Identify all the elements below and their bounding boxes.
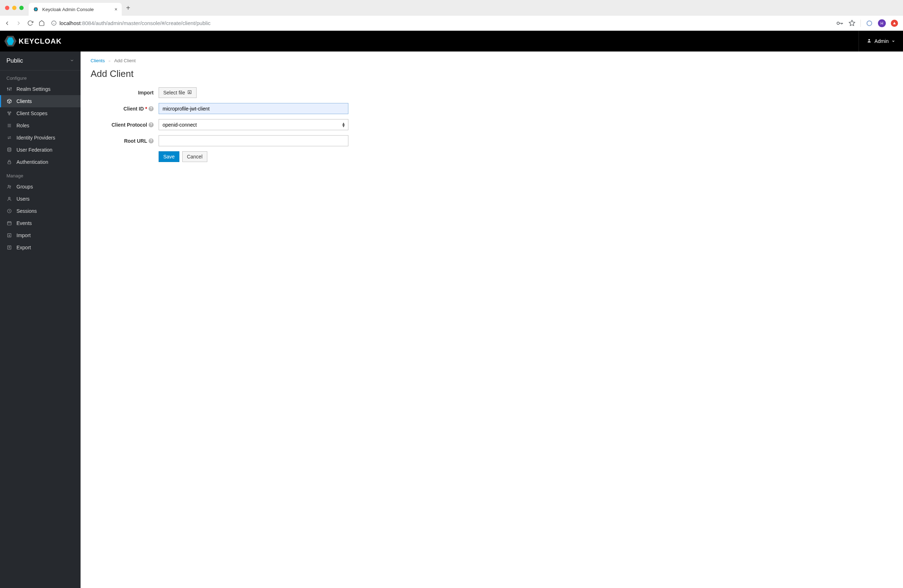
star-icon[interactable] (848, 20, 855, 27)
list-icon (6, 123, 12, 128)
breadcrumb: Clients » Add Client (91, 58, 893, 63)
sidebar-item-label: Users (16, 196, 30, 202)
import-icon (6, 233, 12, 238)
browser-chrome: Keycloak Admin Console × + localhost:808… (0, 0, 903, 31)
window-maximize-button[interactable] (19, 6, 24, 10)
sidebar-item-events[interactable]: Events (0, 217, 80, 229)
chevron-down-icon (70, 57, 74, 64)
sidebar-item-identity-providers[interactable]: Identity Providers (0, 132, 80, 144)
notification-badge-icon[interactable] (891, 20, 898, 27)
group-icon (6, 184, 12, 189)
user-label: Admin (875, 38, 889, 44)
row-client-protocol: Client Protocol ? openid-connect ▲▼ (91, 119, 438, 130)
sidebar-item-authentication[interactable]: Authentication (0, 156, 80, 168)
realm-selector[interactable]: Public (0, 52, 80, 71)
help-icon[interactable]: ? (149, 138, 154, 143)
url-text: localhost:8084/auth/admin/master/console… (60, 20, 211, 26)
svg-point-19 (11, 88, 11, 88)
info-icon[interactable] (51, 20, 57, 26)
breadcrumb-separator-icon: » (109, 59, 111, 63)
root-url-label: Root URL ? (91, 138, 159, 144)
window-close-button[interactable] (5, 6, 9, 10)
toolbar-right: H (836, 19, 900, 27)
required-marker: * (145, 106, 147, 111)
client-protocol-select[interactable]: openid-connect (159, 119, 348, 130)
cube-icon (6, 99, 12, 104)
titlebar: Keycloak Admin Console × + (0, 0, 903, 16)
client-protocol-label: Client Protocol ? (91, 122, 159, 128)
sidebar-item-sessions[interactable]: Sessions (0, 205, 80, 217)
clock-icon (6, 209, 12, 213)
section-manage-title: Manage (0, 168, 80, 180)
sidebar-item-label: Clients (16, 98, 32, 104)
svg-point-5 (837, 22, 840, 24)
sidebar-item-label: Realm Settings (16, 86, 50, 92)
keycloak-favicon-icon (33, 6, 39, 12)
profile-avatar[interactable]: H (878, 19, 886, 27)
sidebar-item-label: Client Scopes (16, 111, 47, 116)
svg-rect-8 (843, 23, 843, 24)
sidebar-item-clients[interactable]: Clients (0, 95, 80, 107)
save-button[interactable]: Save (159, 151, 179, 162)
sidebar-item-label: User Federation (16, 147, 52, 153)
svg-rect-34 (8, 222, 11, 225)
exchange-icon (6, 135, 12, 140)
section-configure-title: Configure (0, 71, 80, 83)
select-file-button[interactable]: Select file (159, 87, 197, 98)
sidebar-item-export[interactable]: Export (0, 241, 80, 254)
svg-point-10 (867, 21, 872, 26)
svg-point-18 (9, 89, 9, 90)
svg-line-24 (9, 113, 10, 114)
root-url-input[interactable] (159, 135, 348, 146)
sidebar-item-import[interactable]: Import (0, 229, 80, 241)
reload-icon[interactable] (27, 20, 34, 26)
home-icon[interactable] (38, 20, 45, 26)
cancel-button[interactable]: Cancel (182, 151, 207, 162)
svg-point-17 (7, 88, 8, 89)
browser-toolbar: localhost:8084/auth/admin/master/console… (0, 16, 903, 31)
form-actions: Save Cancel (159, 151, 438, 162)
svg-point-30 (8, 185, 9, 187)
help-icon[interactable]: ? (149, 106, 154, 111)
sidebar-item-label: Events (16, 220, 32, 226)
sidebar-item-realm-settings[interactable]: Realm Settings (0, 83, 80, 95)
add-client-form: Import Select file Client ID * ? (91, 87, 438, 162)
client-id-input[interactable] (159, 103, 348, 114)
realm-name: Public (6, 57, 23, 64)
svg-line-23 (9, 113, 9, 114)
sidebar-item-label: Groups (16, 184, 33, 190)
window-minimize-button[interactable] (12, 6, 16, 10)
content: Clients » Add Client Add Client Import S… (80, 52, 903, 588)
address-bar[interactable]: localhost:8084/auth/admin/master/console… (49, 20, 832, 26)
extension-icon[interactable] (866, 20, 873, 27)
sidebar-item-label: Roles (16, 123, 29, 129)
sidebar-item-label: Sessions (16, 208, 37, 214)
sidebar-item-client-scopes[interactable]: Client Scopes (0, 107, 80, 119)
user-icon (6, 196, 12, 201)
back-icon[interactable] (3, 20, 11, 27)
key-icon[interactable] (836, 20, 843, 27)
browser-tab[interactable]: Keycloak Admin Console × (28, 3, 122, 16)
sidebar-item-user-federation[interactable]: User Federation (0, 144, 80, 156)
import-file-icon (187, 90, 192, 96)
svg-rect-7 (842, 23, 842, 24)
new-tab-button[interactable]: + (122, 4, 135, 12)
sidebar-item-users[interactable]: Users (0, 193, 80, 205)
svg-marker-9 (849, 20, 855, 26)
row-root-url: Root URL ? (91, 135, 438, 146)
svg-point-28 (8, 148, 11, 149)
tab-close-icon[interactable]: × (115, 6, 118, 12)
user-menu[interactable]: Admin (859, 31, 895, 52)
sidebar-item-roles[interactable]: Roles (0, 119, 80, 132)
sidebar-item-label: Export (16, 245, 31, 250)
sidebar-item-groups[interactable]: Groups (0, 180, 80, 193)
sidebar-item-label: Import (16, 232, 31, 238)
breadcrumb-clients-link[interactable]: Clients (91, 58, 105, 63)
forward-icon[interactable] (15, 20, 22, 27)
row-client-id: Client ID * ? (91, 103, 438, 114)
svg-point-22 (9, 114, 10, 115)
brand-logo[interactable]: KEYCLOAK (4, 36, 61, 47)
window-controls (0, 6, 28, 10)
scopes-icon (6, 111, 12, 116)
help-icon[interactable]: ? (149, 122, 154, 127)
